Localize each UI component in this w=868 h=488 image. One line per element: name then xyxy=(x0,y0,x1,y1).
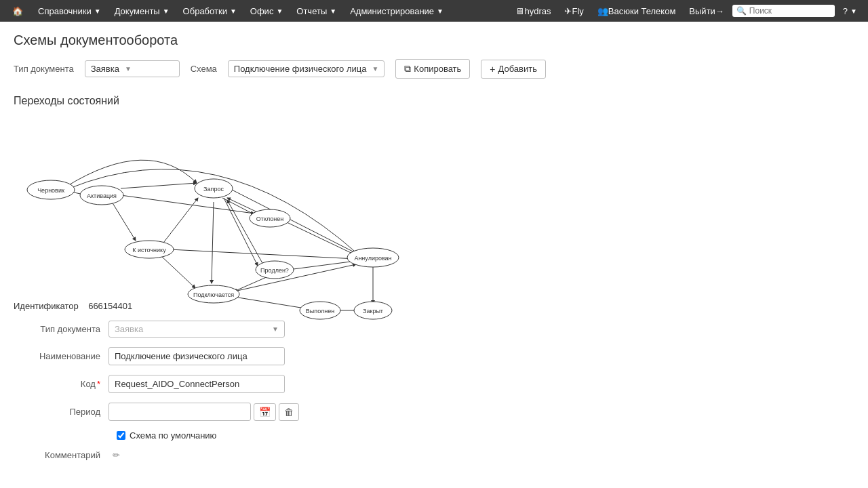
home-icon: 🏠 xyxy=(12,6,23,16)
svg-text:Продлен?: Продлен? xyxy=(260,267,289,274)
chevron-down-icon: ▼ xyxy=(272,325,279,333)
logout-icon: → xyxy=(715,6,724,16)
calendar-button[interactable]: 📅 xyxy=(254,403,276,421)
id-value: 666154401 xyxy=(88,301,132,311)
chevron-down-icon: ▼ xyxy=(94,7,101,15)
default-schema-row: Схема по умолчанию xyxy=(117,430,854,441)
add-icon: + xyxy=(490,64,495,75)
chevron-down-icon: ▼ xyxy=(437,7,443,15)
svg-line-9 xyxy=(170,249,356,259)
default-schema-checkbox[interactable] xyxy=(117,431,125,440)
comment-label: Комментарий xyxy=(14,450,108,460)
schema-label: Схема xyxy=(191,64,217,74)
trash-icon: 🗑 xyxy=(284,407,294,418)
toolbar-row: Тип документа Заявка ▼ Схема Подключение… xyxy=(14,59,854,79)
id-label: Идентификатор xyxy=(14,301,79,311)
period-input[interactable] xyxy=(108,403,251,421)
name-input[interactable] xyxy=(108,347,285,365)
svg-text:Активация: Активация xyxy=(87,192,117,199)
svg-line-7 xyxy=(224,198,258,266)
chevron-down-icon: ▼ xyxy=(372,65,378,73)
svg-text:Выполнен: Выполнен xyxy=(306,308,334,314)
comment-row: Комментарий ✏ xyxy=(14,450,854,460)
svg-text:К источнику: К источнику xyxy=(132,247,166,253)
doc-type-label: Тип документа xyxy=(14,64,74,74)
copy-button[interactable]: ⧉ Копировать xyxy=(395,59,470,79)
svg-line-6 xyxy=(212,202,214,283)
svg-text:Закрыт: Закрыт xyxy=(363,308,383,314)
form-doc-type-dropdown[interactable]: Заявка ▼ xyxy=(108,321,285,338)
doc-type-row: Тип документа Заявка ▼ xyxy=(14,321,854,338)
nav-hydras[interactable]: 🖥 hydras xyxy=(510,6,556,16)
svg-text:Подключается: Подключается xyxy=(193,291,234,298)
name-row: Наименование xyxy=(14,347,854,365)
name-label: Наименование xyxy=(14,351,108,361)
doc-type-dropdown[interactable]: Заявка ▼ xyxy=(85,60,180,77)
search-input[interactable] xyxy=(749,6,831,16)
copy-icon: ⧉ xyxy=(404,63,411,75)
search-box: 🔍 xyxy=(732,5,835,17)
clear-period-button[interactable]: 🗑 xyxy=(279,403,299,421)
default-schema-label: Схема по умолчанию xyxy=(130,430,216,441)
chevron-down-icon: ▼ xyxy=(163,7,170,15)
period-controls: 📅 🗑 xyxy=(108,403,299,421)
doc-type-label: Тип документа xyxy=(14,324,108,334)
chevron-down-icon: ▼ xyxy=(125,65,132,73)
nav-item-references[interactable]: Справочники ▼ xyxy=(33,0,106,22)
svg-line-10 xyxy=(161,256,195,288)
nav-company[interactable]: 👥 Васюки Телеком xyxy=(592,6,682,16)
svg-line-13 xyxy=(288,261,356,270)
chevron-down-icon: ▼ xyxy=(276,7,283,15)
monitor-icon: 🖥 xyxy=(515,6,524,16)
svg-line-5 xyxy=(229,188,358,254)
svg-line-3 xyxy=(112,202,136,241)
navbar-right: 🖥 hydras ✈ Fly 👥 Васюки Телеком Выйти → … xyxy=(510,5,863,17)
period-label: Период xyxy=(14,407,108,417)
state-diagram: Черновик Активация Запрос Отклонен К ист… xyxy=(14,115,434,285)
nav-logout[interactable]: Выйти → xyxy=(684,6,730,16)
diagram-container: Черновик Активация Запрос Отклонен К ист… xyxy=(14,115,434,285)
search-icon: 🔍 xyxy=(736,6,747,16)
code-input[interactable] xyxy=(108,375,285,393)
edit-comment-icon[interactable]: ✏ xyxy=(113,450,120,460)
svg-line-14 xyxy=(234,277,268,291)
code-row: Код xyxy=(14,375,854,393)
add-button[interactable]: + Добавить xyxy=(481,60,546,79)
period-row: Период 📅 🗑 xyxy=(14,403,854,421)
section-title: Переходы состояний xyxy=(14,95,854,107)
home-button[interactable]: 🏠 xyxy=(5,0,30,22)
company-icon: 👥 xyxy=(597,6,608,16)
schema-dropdown[interactable]: Подключение физического лица ▼ xyxy=(228,60,385,77)
nav-item-processing[interactable]: Обработки ▼ xyxy=(178,0,242,22)
nav-item-admin[interactable]: Администрирование ▼ xyxy=(344,0,449,22)
svg-text:Запрос: Запрос xyxy=(203,186,224,192)
svg-line-8 xyxy=(161,198,198,245)
nav-item-reports[interactable]: Отчеты ▼ xyxy=(291,0,342,22)
nav-fly[interactable]: ✈ Fly xyxy=(559,6,589,16)
nav-item-documents[interactable]: Документы ▼ xyxy=(109,0,175,22)
help-button[interactable]: ? ▼ xyxy=(837,6,863,16)
form-section: Идентификатор 666154401 Тип документа За… xyxy=(14,301,854,460)
page-title: Схемы документооборота xyxy=(14,33,854,48)
svg-line-11 xyxy=(287,222,358,256)
chevron-down-icon: ▼ xyxy=(230,7,237,15)
page-content: Схемы документооборота Тип документа Зая… xyxy=(0,22,868,481)
nav-item-office[interactable]: Офис ▼ xyxy=(245,0,288,22)
id-row: Идентификатор 666154401 xyxy=(14,301,854,311)
navbar: 🏠 Справочники ▼ Документы ▼ Обработки ▼ … xyxy=(0,0,868,22)
svg-text:Аннулирован: Аннулирован xyxy=(354,255,391,262)
svg-text:Черновик: Черновик xyxy=(37,187,64,194)
calendar-icon: 📅 xyxy=(259,407,271,418)
chevron-down-icon: ▼ xyxy=(330,7,336,15)
svg-line-17 xyxy=(234,264,356,291)
svg-text:Отклонен: Отклонен xyxy=(256,216,283,222)
chevron-down-icon: ▼ xyxy=(850,7,857,15)
fly-icon: ✈ xyxy=(564,6,572,16)
svg-line-1 xyxy=(121,183,197,188)
code-label: Код xyxy=(14,379,108,389)
